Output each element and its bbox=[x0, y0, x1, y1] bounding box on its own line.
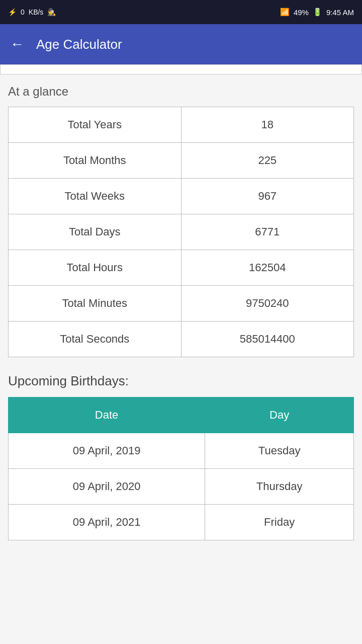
input-bar-partial bbox=[0, 64, 362, 74]
at-a-glance-title: At a glance bbox=[8, 85, 354, 99]
row-value: 225 bbox=[181, 143, 354, 179]
table-row: Total Minutes 9750240 bbox=[9, 286, 354, 321]
upcoming-birthdays-section: Upcoming Birthdays: Date Day 09 April, 2… bbox=[8, 373, 354, 540]
birthday-row: 09 April, 2019 Tuesday bbox=[9, 433, 354, 469]
app-bar: ← Age Calculator bbox=[0, 24, 362, 64]
kb-value: 0 bbox=[21, 8, 25, 16]
birthday-date: 09 April, 2020 bbox=[9, 469, 205, 505]
table-row: Total Hours 162504 bbox=[9, 250, 354, 286]
birthday-row: 09 April, 2020 Thursday bbox=[9, 469, 354, 505]
birthday-day: Friday bbox=[205, 505, 354, 540]
row-label: Total Months bbox=[9, 143, 182, 179]
signal-icon: 📶 bbox=[280, 8, 290, 17]
birthday-day: Thursday bbox=[205, 469, 354, 505]
table-row: Total Months 225 bbox=[9, 143, 354, 179]
upcoming-title: Upcoming Birthdays: bbox=[8, 373, 354, 389]
row-label: Total Hours bbox=[9, 250, 182, 286]
app-title: Age Calculator bbox=[36, 37, 122, 52]
row-value: 9750240 bbox=[181, 286, 354, 321]
glance-table: Total Years 18 Total Months 225 Total We… bbox=[8, 107, 354, 357]
at-a-glance-section: At a glance Total Years 18 Total Months … bbox=[8, 85, 354, 357]
row-label: Total Days bbox=[9, 214, 182, 250]
date-header: Date bbox=[9, 397, 205, 433]
battery-icon: 🔋 bbox=[313, 8, 322, 17]
usb-icon: ⚡ bbox=[8, 8, 17, 16]
birthday-date: 09 April, 2019 bbox=[9, 433, 205, 469]
row-value: 18 bbox=[181, 107, 354, 143]
table-row: Total Weeks 967 bbox=[9, 179, 354, 214]
row-value: 585014400 bbox=[181, 321, 354, 357]
kb-label: KB/s bbox=[29, 8, 44, 16]
row-value: 162504 bbox=[181, 250, 354, 286]
status-right: 📶 49% 🔋 9:45 AM bbox=[280, 8, 354, 17]
table-row: Total Seconds 585014400 bbox=[9, 321, 354, 357]
status-bar: ⚡ 0 KB/s 🕵 📶 49% 🔋 9:45 AM bbox=[0, 0, 362, 24]
row-label: Total Years bbox=[9, 107, 182, 143]
birthday-date: 09 April, 2021 bbox=[9, 505, 205, 540]
table-row: Total Years 18 bbox=[9, 107, 354, 143]
table-row: Total Days 6771 bbox=[9, 214, 354, 250]
spy-icon: 🕵 bbox=[47, 8, 56, 16]
status-left: ⚡ 0 KB/s 🕵 bbox=[8, 8, 56, 16]
row-label: Total Minutes bbox=[9, 286, 182, 321]
time-display: 9:45 AM bbox=[326, 8, 354, 17]
birthday-day: Tuesday bbox=[205, 433, 354, 469]
battery-level: 49% bbox=[294, 8, 309, 17]
day-header: Day bbox=[205, 397, 354, 433]
row-label: Total Seconds bbox=[9, 321, 182, 357]
back-button[interactable]: ← bbox=[10, 36, 24, 52]
row-value: 6771 bbox=[181, 214, 354, 250]
main-content: At a glance Total Years 18 Total Months … bbox=[0, 74, 362, 540]
birthday-table-header-row: Date Day bbox=[9, 397, 354, 433]
row-label: Total Weeks bbox=[9, 179, 182, 214]
row-value: 967 bbox=[181, 179, 354, 214]
birthday-table: Date Day 09 April, 2019 Tuesday 09 April… bbox=[8, 397, 354, 540]
birthday-row: 09 April, 2021 Friday bbox=[9, 505, 354, 540]
